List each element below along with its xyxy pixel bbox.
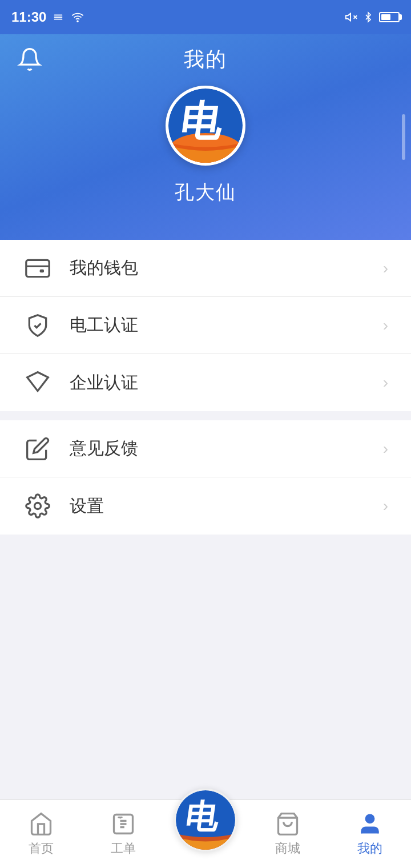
empty-gray-area: [0, 535, 411, 694]
status-right: [345, 11, 400, 23]
page-title: 我的: [184, 46, 227, 74]
edit-icon: [23, 434, 53, 464]
svg-point-20: [366, 814, 374, 823]
mine-icon: [357, 811, 382, 837]
svg-rect-14: [40, 269, 44, 272]
menu-item-wallet[interactable]: 我的钱包 ›: [0, 240, 411, 297]
svg-text:电: 电: [183, 798, 222, 834]
menu-item-company-cert[interactable]: 企业认证 ›: [0, 354, 411, 411]
bell-icon[interactable]: [17, 47, 42, 74]
home-icon: [29, 811, 54, 837]
svg-point-3: [77, 21, 78, 22]
avatar[interactable]: 电: [166, 86, 245, 166]
bluetooth-icon: [363, 11, 373, 23]
diamond-icon: [23, 368, 53, 397]
time-display: 11:30: [11, 9, 46, 25]
wallet-arrow: ›: [383, 259, 388, 278]
svg-rect-2: [54, 19, 63, 20]
electrician-cert-arrow: ›: [383, 316, 388, 335]
center-logo: 电: [174, 789, 237, 851]
status-left: 11:30: [11, 9, 85, 25]
nav-item-home[interactable]: 首页: [0, 811, 82, 857]
svg-text:电: 电: [178, 98, 226, 144]
menu-item-settings[interactable]: 设置 ›: [0, 477, 411, 535]
settings-arrow: ›: [383, 497, 388, 515]
bottom-nav: 首页 工单 电 商城 我: [0, 799, 411, 868]
workorder-icon: [111, 811, 136, 837]
menu-section-1: 我的钱包 › 电工认证 › 企业认证 ›: [0, 240, 411, 411]
home-nav-label: 首页: [29, 840, 54, 857]
feedback-label: 意见反馈: [70, 437, 138, 460]
settings-label: 设置: [70, 495, 104, 518]
user-name: 孔大仙: [175, 179, 236, 206]
svg-rect-13: [26, 260, 49, 276]
workorder-nav-label: 工单: [111, 840, 136, 857]
svg-rect-0: [54, 17, 63, 18]
menu-item-electrician-cert[interactable]: 电工认证 ›: [0, 297, 411, 354]
svg-marker-4: [346, 14, 350, 21]
svg-rect-1: [54, 14, 63, 15]
electrician-cert-label: 电工认证: [70, 314, 138, 337]
profile-header: 我的 电: [0, 34, 411, 240]
section-divider: [0, 411, 411, 420]
feedback-arrow: ›: [383, 440, 388, 458]
nav-item-shop[interactable]: 商城: [247, 811, 329, 857]
close-icon: [52, 11, 65, 23]
sound-icon: [345, 11, 357, 23]
wallet-label: 我的钱包: [70, 256, 138, 280]
menu-item-feedback[interactable]: 意见反馈 ›: [0, 420, 411, 477]
mine-nav-label: 我的: [357, 840, 382, 857]
company-cert-arrow: ›: [383, 373, 388, 392]
shop-nav-label: 商城: [275, 840, 300, 857]
battery-icon: [379, 12, 400, 22]
nav-center-button[interactable]: 电: [164, 789, 247, 851]
scroll-indicator: [402, 114, 405, 160]
nav-item-mine[interactable]: 我的: [329, 811, 411, 857]
settings-icon: [23, 491, 53, 521]
company-cert-label: 企业认证: [70, 371, 138, 395]
shop-icon: [275, 811, 300, 837]
wifi-icon: [70, 11, 85, 23]
menu-section-2: 意见反馈 › 设置 ›: [0, 420, 411, 535]
status-bar: 11:30: [0, 0, 411, 34]
svg-point-15: [35, 503, 41, 509]
shield-check-icon: [23, 311, 53, 340]
menu-list: 我的钱包 › 电工认证 › 企业认证 ›: [0, 240, 411, 535]
wallet-icon: [23, 254, 53, 283]
nav-item-workorder[interactable]: 工单: [82, 811, 164, 857]
